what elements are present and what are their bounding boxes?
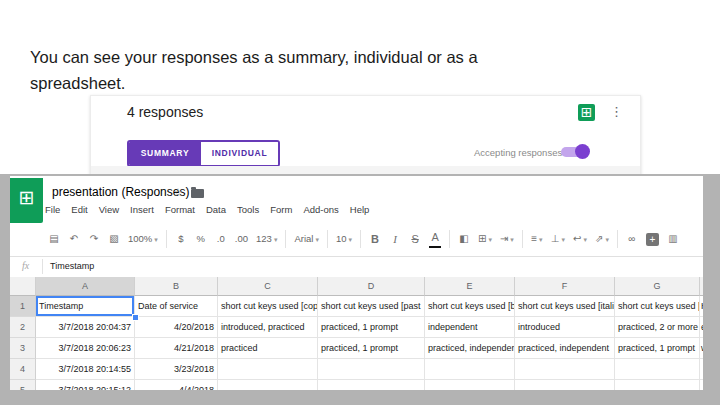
cell-E5[interactable]: [425, 380, 515, 390]
cell-F5[interactable]: [515, 380, 615, 390]
cell-F3[interactable]: practiced, independent: [515, 338, 615, 359]
tool-insert-comment-icon[interactable]: +: [646, 233, 659, 246]
cell-G2[interactable]: practiced, 2 or more prom: [615, 317, 700, 338]
accepting-responses-toggle[interactable]: [561, 147, 586, 157]
create-spreadsheet-icon[interactable]: ⊞: [578, 104, 595, 121]
cell-H2[interactable]: e: [700, 317, 703, 338]
cell-A1[interactable]: Timestamp: [36, 296, 135, 317]
row-header-1[interactable]: 1: [10, 296, 36, 317]
tool-merge-cells-icon[interactable]: ⇥: [500, 231, 514, 247]
star-icon[interactable]: ☆: [173, 186, 183, 199]
menu-file[interactable]: File: [45, 204, 60, 215]
sheets-logo-icon[interactable]: ⊞: [10, 178, 43, 223]
cell-B5[interactable]: 4/4/2018: [135, 380, 218, 390]
tool-vertical-align-icon[interactable]: ⊥: [551, 231, 565, 247]
column-header-F[interactable]: F: [515, 277, 615, 296]
cell-H3[interactable]: w: [700, 338, 703, 359]
row-header-3[interactable]: 3: [10, 338, 36, 359]
cell-G1[interactable]: short cut keys used [unde: [615, 296, 700, 317]
cell-C2[interactable]: introduced, practiced: [218, 317, 318, 338]
document-title[interactable]: presentation (Responses): [52, 185, 189, 199]
cell-H5[interactable]: [700, 380, 703, 390]
tool-number-format-icon[interactable]: 123: [256, 231, 277, 247]
tool-format-currency-icon[interactable]: $: [175, 231, 187, 247]
menu-form[interactable]: Form: [270, 204, 292, 215]
tool-horizontal-align-icon[interactable]: ≡: [531, 231, 543, 247]
cell-E2[interactable]: independent: [425, 317, 515, 338]
tool-text-rotation-icon[interactable]: ⇗: [595, 231, 609, 247]
menu-insert[interactable]: Insert: [130, 204, 154, 215]
cell-D3[interactable]: practiced, 1 prompt: [318, 338, 425, 359]
tool-italic-icon[interactable]: I: [389, 231, 401, 247]
cell-B3[interactable]: 4/21/2018: [135, 338, 218, 359]
tool-paint-format-icon[interactable]: ▧: [108, 231, 120, 247]
tool-strikethrough-icon[interactable]: S: [409, 231, 421, 247]
tool-insert-chart-icon[interactable]: ▥: [667, 231, 679, 247]
corner-header[interactable]: [10, 277, 36, 296]
cell-B2[interactable]: 4/20/2018: [135, 317, 218, 338]
cell-C3[interactable]: practiced: [218, 338, 318, 359]
menu-help[interactable]: Help: [350, 204, 370, 215]
tab-summary[interactable]: SUMMARY: [129, 142, 201, 165]
cell-A2[interactable]: 3/7/2018 20:04:37: [36, 317, 135, 338]
cell-B4[interactable]: 3/23/2018: [135, 359, 218, 380]
tool-font-size-icon[interactable]: 10: [336, 231, 352, 247]
cell-F4[interactable]: [515, 359, 615, 380]
cell-D2[interactable]: practiced, 1 prompt: [318, 317, 425, 338]
cell-B1[interactable]: Date of service: [135, 296, 218, 317]
row-header-2[interactable]: 2: [10, 317, 36, 338]
column-header-C[interactable]: C: [218, 277, 318, 296]
cell-G3[interactable]: practiced, 1 prompt: [615, 338, 700, 359]
cell-E4[interactable]: [425, 359, 515, 380]
cell-C4[interactable]: [218, 359, 318, 380]
tool-increase-decimals-icon[interactable]: .00: [235, 231, 248, 247]
column-header-E[interactable]: E: [425, 277, 515, 296]
tool-fill-color-icon[interactable]: ◧: [458, 231, 470, 247]
tool-text-wrap-icon[interactable]: ↩: [573, 231, 587, 247]
menu-edit[interactable]: Edit: [71, 204, 87, 215]
cell-H4[interactable]: [700, 359, 703, 380]
folder-icon[interactable]: [191, 189, 204, 198]
tool-redo-icon[interactable]: ↷: [88, 231, 100, 247]
menu-data[interactable]: Data: [206, 204, 226, 215]
column-header-A[interactable]: A: [36, 277, 135, 296]
cell-E1[interactable]: short cut keys used [bold: [425, 296, 515, 317]
cell-G4[interactable]: [615, 359, 700, 380]
menu-format[interactable]: Format: [165, 204, 195, 215]
cell-E3[interactable]: practiced, independent: [425, 338, 515, 359]
column-header-D[interactable]: D: [318, 277, 425, 296]
more-menu-icon[interactable]: ⋮: [610, 104, 623, 119]
tool-font-family-icon[interactable]: Arial: [294, 231, 319, 247]
cell-D1[interactable]: short cut keys used [past: [318, 296, 425, 317]
tool-decrease-decimals-icon[interactable]: .0: [215, 231, 227, 247]
cell-A3[interactable]: 3/7/2018 20:06:23: [36, 338, 135, 359]
tool-borders-icon[interactable]: ⊞: [478, 231, 492, 247]
cell-C5[interactable]: [218, 380, 318, 390]
cell-F1[interactable]: short cut keys used [italic: [515, 296, 615, 317]
cell-H1[interactable]: H: [700, 296, 703, 317]
column-header-B[interactable]: B: [135, 277, 218, 296]
tool-print-icon[interactable]: ▤: [48, 231, 60, 247]
menu-tools[interactable]: Tools: [237, 204, 259, 215]
row-header-5[interactable]: 5: [10, 380, 36, 390]
cell-A5[interactable]: 3/7/2018 20:15:12: [36, 380, 135, 390]
cell-D4[interactable]: [318, 359, 425, 380]
menu-add-ons[interactable]: Add-ons: [303, 204, 338, 215]
column-header-G[interactable]: G: [615, 277, 700, 296]
tool-format-percent-icon[interactable]: %: [195, 231, 207, 247]
row-header-4[interactable]: 4: [10, 359, 36, 380]
menu-view[interactable]: View: [99, 204, 119, 215]
tool-zoom-icon[interactable]: 100%: [128, 231, 158, 247]
cell-G5[interactable]: [615, 380, 700, 390]
selection-fill-handle[interactable]: [132, 314, 139, 321]
cell-A4[interactable]: 3/7/2018 20:14:55: [36, 359, 135, 380]
formula-bar[interactable]: fx Timestamp: [10, 257, 703, 278]
cell-F2[interactable]: introduced: [515, 317, 615, 338]
tool-text-color-icon[interactable]: A: [429, 231, 441, 248]
cell-D5[interactable]: [318, 380, 425, 390]
tool-insert-link-icon[interactable]: ∞: [626, 231, 638, 247]
cell-C1[interactable]: short cut keys used [copy: [218, 296, 318, 317]
tab-individual[interactable]: INDIVIDUAL: [201, 142, 278, 165]
tool-undo-icon[interactable]: ↶: [68, 231, 80, 247]
tool-bold-icon[interactable]: B: [369, 231, 381, 247]
